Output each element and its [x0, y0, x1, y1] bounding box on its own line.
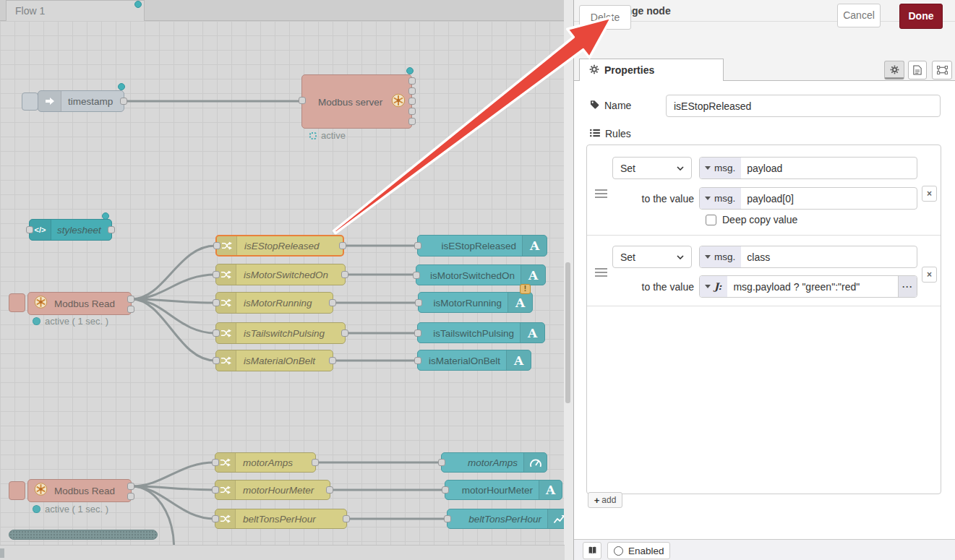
- tab-properties[interactable]: Properties: [579, 59, 724, 81]
- output-port[interactable]: [312, 459, 319, 466]
- modbus-read-button[interactable]: [9, 481, 25, 500]
- node-change-ismotorswitchedon[interactable]: isMotorSwitchedOn: [215, 264, 346, 285]
- node-text-ismaterialonbelt[interactable]: A isMaterialOnBelt: [417, 350, 531, 371]
- description-tab-button[interactable]: [908, 61, 927, 79]
- node-text-ismotorswitchedon[interactable]: A isMotorSwitchedOn: [416, 264, 546, 285]
- output-port[interactable]: [408, 77, 416, 85]
- cancel-button[interactable]: Cancel: [837, 4, 881, 27]
- input-port[interactable]: [414, 242, 421, 249]
- wire[interactable]: [132, 486, 215, 519]
- node-change-motoramps[interactable]: motorAmps: [215, 452, 316, 473]
- node-change-motorhourmeter[interactable]: motorHourMeter: [215, 480, 330, 500]
- rule2-property-value[interactable]: [741, 246, 917, 267]
- input-port[interactable]: [213, 299, 220, 306]
- input-port[interactable]: [414, 329, 421, 337]
- done-button[interactable]: Done: [899, 4, 943, 29]
- rule2-action-select[interactable]: Set: [612, 246, 692, 268]
- output-port[interactable]: [120, 98, 127, 105]
- output-port[interactable]: [339, 242, 346, 249]
- properties-tab-button[interactable]: [884, 61, 904, 79]
- appearance-tab-button[interactable]: [932, 61, 952, 79]
- input-port[interactable]: [213, 271, 220, 278]
- rule2-property-input[interactable]: msg.: [699, 246, 917, 268]
- tab-flow1[interactable]: Flow 1: [6, 0, 145, 21]
- output-port[interactable]: [329, 299, 336, 306]
- output-port[interactable]: [108, 226, 115, 233]
- node-change-isestopreleased[interactable]: isEStopReleased: [215, 235, 344, 257]
- docs-button[interactable]: [583, 542, 601, 559]
- input-port[interactable]: [212, 515, 219, 522]
- wire[interactable]: [132, 246, 215, 299]
- rule1-value-input[interactable]: msg.: [699, 187, 917, 210]
- typed-input-type-button[interactable]: msg.: [700, 246, 741, 267]
- node-modbus-read-top[interactable]: Modbus Read: [27, 292, 132, 315]
- typed-input-type-button[interactable]: msg.: [700, 158, 741, 178]
- wire[interactable]: [132, 462, 215, 486]
- output-port[interactable]: [408, 108, 416, 115]
- node-text-isestopreleased[interactable]: A isEStopReleased: [417, 235, 547, 257]
- enabled-toggle-button[interactable]: Enabled: [607, 542, 670, 559]
- input-port[interactable]: [213, 357, 220, 364]
- output-port[interactable]: [408, 98, 416, 105]
- rule2-value-input[interactable]: J: ···: [699, 275, 917, 298]
- node-text-motorhourmeter[interactable]: A motorHourMeter: [445, 480, 562, 500]
- drag-handle[interactable]: [595, 268, 607, 277]
- node-change-istailswitchpulsing[interactable]: isTailswitchPulsing: [215, 322, 346, 344]
- rule2-expression[interactable]: [727, 276, 898, 297]
- input-port[interactable]: [26, 226, 33, 233]
- rule1-action-select[interactable]: Set: [612, 157, 692, 179]
- input-port[interactable]: [444, 515, 451, 522]
- vertical-scrollbar[interactable]: [564, 0, 573, 560]
- input-port[interactable]: [299, 97, 306, 104]
- node-change-belttonsperhour[interactable]: beltTonsPerHour: [215, 509, 347, 529]
- add-rule-button[interactable]: +add: [588, 492, 622, 508]
- output-port[interactable]: [127, 306, 134, 313]
- flow-canvas[interactable]: Flow 1: [0, 0, 565, 560]
- output-port[interactable]: [326, 486, 333, 494]
- node-modbus-server[interactable]: Modbus server: [301, 74, 412, 129]
- input-port[interactable]: [415, 299, 422, 306]
- rule1-value[interactable]: [741, 188, 917, 209]
- node-text-ismotorrunning[interactable]: A isMotorRunning: [418, 292, 533, 313]
- wire[interactable]: [132, 299, 215, 361]
- typed-input-type-button[interactable]: msg.: [700, 188, 741, 209]
- node-gauge-motoramps[interactable]: motorAmps: [441, 452, 547, 473]
- input-port[interactable]: [213, 242, 220, 249]
- delete-button[interactable]: Delete: [579, 5, 631, 30]
- input-port[interactable]: [414, 357, 421, 364]
- drag-handle[interactable]: [595, 189, 607, 198]
- output-port[interactable]: [408, 87, 416, 95]
- input-port[interactable]: [212, 486, 219, 494]
- output-port[interactable]: [341, 271, 348, 278]
- input-port[interactable]: [438, 459, 445, 466]
- name-input[interactable]: [666, 95, 941, 117]
- node-modbus-read-bottom[interactable]: Modbus Read: [27, 479, 132, 502]
- output-port[interactable]: [127, 296, 134, 303]
- typed-input-type-button[interactable]: J:: [700, 276, 727, 297]
- node-inject-timestamp[interactable]: timestamp: [38, 90, 124, 112]
- node-stylesheet[interactable]: </> stylesheet: [29, 219, 112, 241]
- expand-editor-button[interactable]: ···: [898, 276, 917, 297]
- rule2-delete-button[interactable]: ×: [922, 267, 937, 283]
- output-port[interactable]: [127, 483, 134, 490]
- input-port[interactable]: [442, 486, 449, 494]
- node-chart-belttonsperhour[interactable]: beltTonsPerHour: [447, 509, 565, 529]
- output-port[interactable]: [343, 515, 350, 522]
- node-change-ismotorrunning[interactable]: isMotorRunning: [215, 292, 333, 314]
- node-text-istailswitchpulsing[interactable]: A isTailswitchPulsing: [417, 322, 545, 343]
- horizontal-scrollbar[interactable]: [9, 530, 158, 540]
- node-change-ismaterialonbelt[interactable]: isMaterialOnBelt: [215, 350, 333, 371]
- rule1-property-input[interactable]: msg.: [699, 157, 917, 179]
- rule1-property-value[interactable]: [741, 158, 917, 178]
- wire[interactable]: [132, 299, 215, 333]
- output-port[interactable]: [127, 493, 134, 500]
- modbus-read-button[interactable]: [9, 293, 25, 312]
- deep-copy-checkbox[interactable]: [706, 215, 716, 225]
- inject-trigger-button[interactable]: [22, 92, 38, 111]
- rule1-delete-button[interactable]: ×: [922, 186, 937, 202]
- input-port[interactable]: [213, 329, 220, 337]
- output-port[interactable]: [329, 357, 336, 364]
- input-port[interactable]: [212, 459, 219, 466]
- output-port[interactable]: [408, 118, 416, 125]
- output-port[interactable]: [341, 329, 348, 337]
